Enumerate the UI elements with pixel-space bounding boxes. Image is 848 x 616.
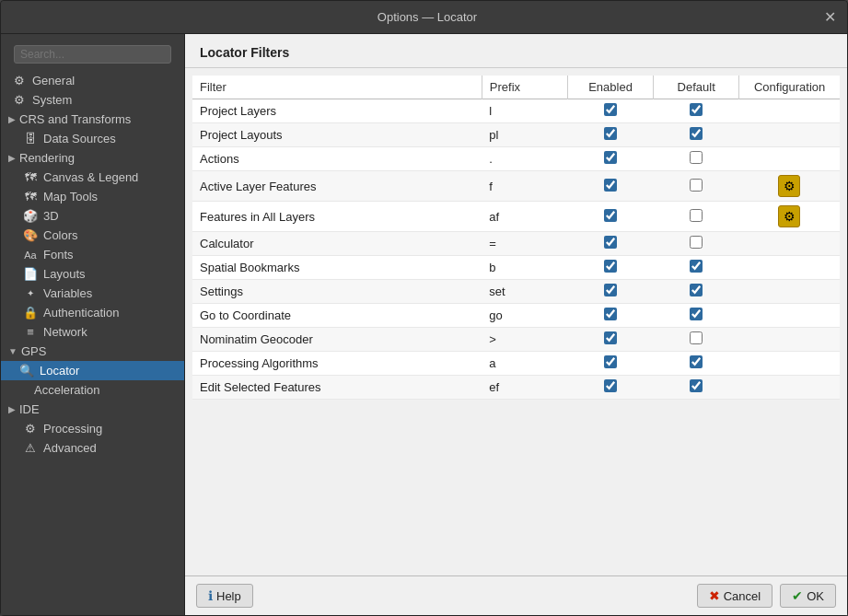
enabled-checkbox[interactable]: [604, 209, 617, 222]
table-row: Processing Algorithmsa: [192, 352, 840, 376]
cell-enabled: [567, 376, 653, 400]
table-row: Project Layersl: [192, 99, 840, 123]
enabled-checkbox[interactable]: [604, 236, 617, 249]
sidebar-item-layouts[interactable]: 📄 Layouts: [1, 264, 184, 284]
enabled-checkbox[interactable]: [604, 127, 617, 140]
cell-config: [739, 123, 840, 147]
sidebar-item-acceleration[interactable]: Acceleration: [1, 380, 184, 400]
sidebar-item-network[interactable]: ≡ Network: [1, 322, 184, 342]
cell-default: [654, 147, 739, 171]
sidebar-item-locator[interactable]: 🔍 Locator: [1, 361, 184, 380]
sidebar-item-ide[interactable]: ▶ IDE: [1, 400, 184, 419]
enabled-checkbox[interactable]: [604, 103, 617, 116]
sidebar-label-general: General: [32, 74, 75, 87]
sidebar-item-rendering[interactable]: ▶ Rendering: [1, 148, 184, 168]
sidebar-item-system[interactable]: ⚙ System: [1, 90, 184, 110]
sidebar-item-crs[interactable]: ▶ CRS and Transforms: [1, 110, 184, 129]
search-input[interactable]: [14, 45, 171, 64]
chevron-right-icon: ▶: [8, 114, 16, 124]
default-checkbox[interactable]: [690, 284, 703, 296]
enabled-checkbox[interactable]: [604, 179, 617, 192]
sidebar-item-fonts[interactable]: Aa Fonts: [1, 245, 184, 264]
cell-default: [654, 352, 739, 376]
default-checkbox[interactable]: [690, 151, 703, 164]
default-checkbox[interactable]: [690, 260, 703, 273]
sidebar-item-variables[interactable]: ✦ Variables: [1, 284, 184, 303]
enabled-checkbox[interactable]: [604, 260, 617, 273]
enabled-checkbox[interactable]: [604, 151, 617, 164]
enabled-checkbox[interactable]: [604, 379, 617, 392]
sidebar-label-3d: 3D: [43, 209, 59, 223]
panel-header: Locator Filters: [185, 34, 847, 68]
enabled-checkbox[interactable]: [604, 331, 617, 344]
default-checkbox[interactable]: [690, 331, 703, 344]
table-container: Filter Prefix Enabled Default Configurat…: [185, 68, 847, 575]
cell-prefix: go: [482, 304, 567, 328]
enabled-checkbox[interactable]: [604, 284, 617, 296]
enabled-checkbox[interactable]: [604, 355, 617, 368]
sidebar-item-map-tools[interactable]: 🗺 Map Tools: [1, 187, 184, 206]
main-panel: Locator Filters Filter Prefix Enabled De…: [185, 34, 847, 615]
cell-filter: Edit Selected Features: [192, 376, 482, 400]
sidebar-item-gps[interactable]: ▼ GPS: [1, 342, 184, 361]
cell-enabled: [567, 123, 653, 147]
sidebar-item-colors[interactable]: 🎨 Colors: [1, 226, 184, 245]
sidebar-item-processing[interactable]: ⚙ Processing: [1, 419, 184, 438]
col-header-filter: Filter: [192, 76, 482, 99]
config-button[interactable]: ⚙: [778, 205, 800, 227]
cancel-label: Cancel: [724, 589, 761, 603]
default-checkbox[interactable]: [690, 355, 703, 368]
help-label: Help: [216, 589, 241, 603]
default-checkbox[interactable]: [690, 127, 703, 140]
default-checkbox[interactable]: [690, 209, 703, 222]
table-row: Nominatim Geocoder>: [192, 328, 840, 352]
sidebar-label-gps: GPS: [21, 344, 46, 358]
main-window: Options — Locator ✕ ⚙ General ⚙ System ▶…: [0, 0, 848, 616]
enabled-checkbox[interactable]: [604, 308, 617, 320]
table-row: Actions.: [192, 147, 840, 171]
bottom-bar: ℹ Help ✖ Cancel ✔ OK: [185, 575, 847, 615]
ok-icon: ✔: [792, 588, 803, 603]
cell-enabled: [567, 280, 653, 304]
cell-filter: Project Layers: [192, 99, 482, 123]
chevron-right-icon: ▶: [8, 404, 16, 414]
cell-prefix: ef: [482, 376, 567, 400]
sidebar-item-advanced[interactable]: ⚠ Advanced: [1, 438, 184, 458]
close-button[interactable]: ✕: [824, 8, 836, 26]
sidebar-label-ide: IDE: [19, 402, 40, 416]
cell-filter: Processing Algorithms: [192, 352, 482, 376]
sidebar-label-variables: Variables: [43, 286, 92, 300]
sidebar-item-data-sources[interactable]: 🗄 Data Sources: [1, 129, 184, 148]
help-button[interactable]: ℹ Help: [196, 584, 253, 608]
sidebar-label-rendering: Rendering: [19, 151, 75, 165]
lock-icon: 🔒: [23, 306, 38, 320]
sidebar-item-canvas[interactable]: 🗺 Canvas & Legend: [1, 168, 184, 187]
cell-config: [739, 328, 840, 352]
database-icon: 🗄: [23, 132, 38, 145]
cell-config: [739, 147, 840, 171]
cell-prefix: l: [482, 99, 567, 123]
default-checkbox[interactable]: [690, 179, 703, 192]
cell-config: [739, 256, 840, 280]
cell-filter: Features in All Layers: [192, 202, 482, 232]
default-checkbox[interactable]: [690, 308, 703, 320]
config-button[interactable]: ⚙: [778, 175, 800, 197]
sidebar-item-3d[interactable]: 🎲 3D: [1, 206, 184, 226]
ok-button[interactable]: ✔ OK: [780, 584, 836, 608]
cancel-button[interactable]: ✖ Cancel: [697, 584, 772, 608]
content-area: ⚙ General ⚙ System ▶ CRS and Transforms …: [1, 34, 847, 615]
cell-default: [654, 202, 739, 232]
gear-icon: ⚙: [12, 93, 27, 107]
cell-default: [654, 256, 739, 280]
panel-title: Locator Filters: [200, 45, 289, 60]
col-header-prefix: Prefix: [482, 76, 567, 99]
default-checkbox[interactable]: [690, 103, 703, 116]
default-checkbox[interactable]: [690, 379, 703, 392]
sidebar-item-general[interactable]: ⚙ General: [1, 71, 184, 90]
help-icon: ℹ: [208, 588, 213, 603]
sidebar-item-authentication[interactable]: 🔒 Authentication: [1, 303, 184, 322]
action-buttons: ✖ Cancel ✔ OK: [697, 584, 836, 608]
default-checkbox[interactable]: [690, 236, 703, 249]
sidebar-label-system: System: [32, 93, 72, 107]
cell-filter: Calculator: [192, 232, 482, 256]
